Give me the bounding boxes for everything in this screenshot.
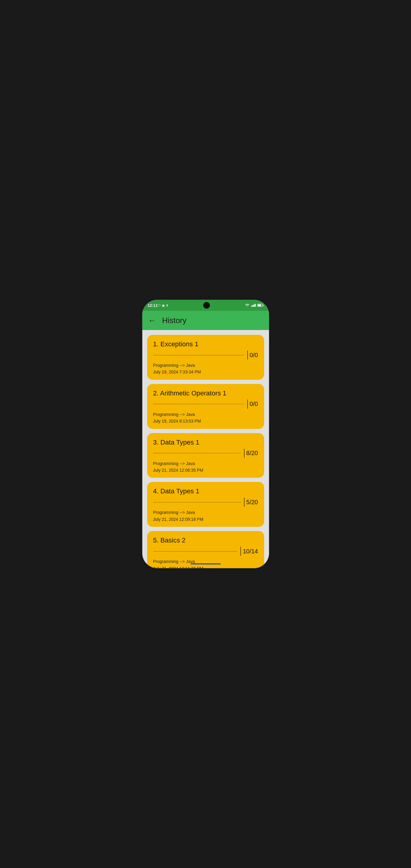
score-bar-3	[244, 449, 244, 458]
card-divider-line-4	[153, 502, 241, 502]
card-divider-line-1	[153, 355, 244, 355]
list-item[interactable]: 2. Arithmetic Operators 1 0/0 Programmin…	[147, 384, 264, 429]
history-list: 1. Exceptions 1 0/0 Programming --> Java…	[142, 330, 269, 568]
card-divider-row-4: 5/20	[153, 498, 258, 507]
card-score-container-2: 0/0	[247, 400, 258, 409]
signal-icon	[251, 304, 256, 307]
card-title-5: 5. Basics 2	[153, 536, 258, 544]
list-item[interactable]: 4. Data Types 1 5/20 Programming --> Jav…	[147, 482, 264, 527]
camera-dot	[203, 302, 210, 309]
list-item[interactable]: 3. Data Types 1 8/20 Programming --> Jav…	[147, 433, 264, 478]
score-bar-2	[247, 400, 248, 409]
card-meta-2: Programming --> JavaJuly 19, 2024 8:13:0…	[153, 411, 258, 425]
card-score-1: 0/0	[250, 352, 258, 359]
card-title-3: 3. Data Types 1	[153, 438, 258, 446]
data-icon: ⬆	[166, 304, 168, 307]
score-bar-5	[240, 547, 241, 556]
card-divider-row-1: 0/0	[153, 350, 258, 360]
list-item[interactable]: 5. Basics 2 10/14 Programming --> JavaJu…	[147, 531, 264, 568]
card-score-5: 10/14	[243, 548, 258, 555]
card-score-container-5: 10/14	[240, 547, 258, 556]
card-divider-row-2: 0/0	[153, 400, 258, 409]
card-meta-1: Programming --> JavaJuly 19, 2024 7:33:3…	[153, 362, 258, 375]
status-time: 12:11	[148, 303, 158, 308]
home-bar	[190, 563, 221, 564]
page-title: History	[162, 316, 187, 325]
card-title-1: 1. Exceptions 1	[153, 340, 258, 348]
card-score-container-4: 5/20	[244, 498, 258, 507]
card-meta-4: Programming --> JavaJuly 21, 2024 12:09:…	[153, 509, 258, 523]
card-score-container-1: 0/0	[247, 350, 258, 360]
phone-screen: 12:11 🛡 ▣ ⬆	[142, 300, 269, 568]
card-divider-line-5	[153, 551, 238, 552]
score-bar-4	[244, 498, 244, 507]
shield-icon: 🛡	[158, 304, 161, 307]
card-divider-row-3: 8/20	[153, 449, 258, 458]
card-score-container-3: 8/20	[244, 449, 258, 458]
status-bar: 12:11 🛡 ▣ ⬆	[142, 300, 269, 311]
card-score-2: 0/0	[250, 401, 258, 407]
card-divider-row-5: 10/14	[153, 547, 258, 556]
wifi-icon	[245, 304, 250, 307]
score-bar-1	[247, 350, 248, 360]
card-meta-3: Programming --> JavaJuly 21, 2024 12:06:…	[153, 460, 258, 474]
card-divider-line-3	[153, 453, 241, 453]
card-score-4: 5/20	[246, 499, 258, 506]
card-title-4: 4. Data Types 1	[153, 487, 258, 495]
status-icons	[245, 304, 264, 307]
back-button[interactable]: ←	[148, 316, 156, 325]
battery-icon	[257, 304, 264, 307]
card-score-3: 8/20	[246, 450, 258, 457]
phone-frame: 12:11 🛡 ▣ ⬆	[142, 300, 269, 568]
card-title-2: 2. Arithmetic Operators 1	[153, 390, 258, 397]
list-item[interactable]: 1. Exceptions 1 0/0 Programming --> Java…	[147, 335, 264, 380]
app-bar: ← History	[142, 311, 269, 330]
sim-icon: ▣	[162, 304, 165, 307]
